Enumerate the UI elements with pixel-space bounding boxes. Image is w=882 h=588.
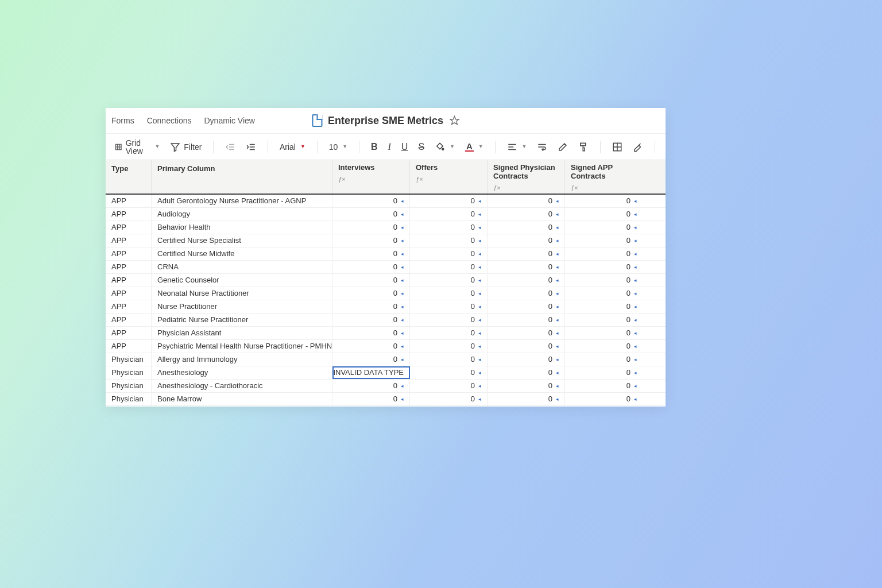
cell-signed-physician[interactable]: 0◂ <box>488 208 565 220</box>
cell-interviews[interactable]: 0◂ <box>332 380 410 392</box>
table-row[interactable]: APPAdult Gerontology Nurse Practitioner … <box>106 195 666 208</box>
cell-primary[interactable]: Behavior Health <box>152 221 332 234</box>
cell-offers[interactable]: 0◂ <box>410 393 488 405</box>
nav-forms[interactable]: Forms <box>111 116 134 125</box>
cell-signed-physician[interactable]: 0◂ <box>488 393 565 405</box>
cell-primary[interactable]: Genetic Counselor <box>152 274 332 287</box>
strikethrough-button[interactable]: S <box>415 140 428 154</box>
cell-signed-physician[interactable]: 0◂ <box>488 287 565 300</box>
grid-view-button[interactable]: Grid View ▼ <box>111 137 163 157</box>
cell-offers[interactable]: 0◂ <box>410 195 488 207</box>
table-row[interactable]: PhysicianAllergy and Immunology0◂0◂0◂0◂ <box>106 353 666 366</box>
cell-type[interactable]: APP <box>106 221 152 234</box>
table-row[interactable]: PhysicianAnesthesiology - Cardiothoracic… <box>106 380 666 393</box>
cell-interviews[interactable]: 0◂ <box>332 340 410 353</box>
cell-primary[interactable]: Pediatric Nurse Practitioner <box>152 314 332 326</box>
cell-interviews[interactable]: 0◂ <box>332 393 410 405</box>
cell-signed-physician[interactable]: 0◂ <box>488 221 565 234</box>
cell-signed-app[interactable]: 0◂ <box>565 247 643 260</box>
cell-offers[interactable]: 0◂ <box>410 221 488 234</box>
cell-offers[interactable]: 0◂ <box>410 274 488 287</box>
fill-color-button[interactable]: ▼ <box>431 140 458 154</box>
col-header-offers[interactable]: Offers ƒ× <box>410 160 488 194</box>
cell-primary[interactable]: Psychiatric Mental Health Nurse Practiti… <box>152 340 332 353</box>
cell-signed-app[interactable]: 0◂ <box>565 380 643 392</box>
grid-body[interactable]: APPAdult Gerontology Nurse Practitioner … <box>106 195 666 407</box>
cell-signed-physician[interactable]: 0◂ <box>488 247 565 260</box>
cell-type[interactable]: APP <box>106 274 152 287</box>
cell-primary[interactable]: Bone Marrow <box>152 393 332 405</box>
cell-type[interactable]: APP <box>106 287 152 300</box>
cell-signed-physician[interactable]: 0◂ <box>488 327 565 339</box>
filter-button[interactable]: Filter <box>167 140 205 154</box>
cell-offers[interactable]: 0◂ <box>410 300 488 313</box>
cell-signed-physician[interactable]: 0◂ <box>488 261 565 273</box>
cell-primary[interactable]: Anesthesiology - Cardiothoracic <box>152 380 332 392</box>
cell-primary[interactable]: Adult Gerontology Nurse Practitioner - A… <box>152 195 332 207</box>
cell-offers[interactable]: 0◂ <box>410 208 488 220</box>
italic-button[interactable]: I <box>384 140 394 154</box>
format-painter-button[interactable] <box>575 140 592 154</box>
cell-signed-app[interactable]: 0◂ <box>565 221 643 234</box>
cell-interviews[interactable]: 0◂ <box>332 261 410 273</box>
table-row[interactable]: APPBehavior Health0◂0◂0◂0◂ <box>106 221 666 234</box>
cell-signed-app[interactable]: 0◂ <box>565 300 643 313</box>
borders-button[interactable] <box>609 140 626 154</box>
cell-type[interactable]: Physician <box>106 393 152 405</box>
cell-primary[interactable]: Allergy and Immunology <box>152 353 332 366</box>
indent-button[interactable] <box>242 140 260 154</box>
table-row[interactable]: PhysicianAnesthesiology#INVALID DATA TYP… <box>106 366 666 380</box>
cell-primary[interactable]: Physician Assistant <box>152 327 332 339</box>
table-row[interactable]: APPGenetic Counselor0◂0◂0◂0◂ <box>106 274 666 287</box>
cell-offers[interactable]: 0◂ <box>410 353 488 366</box>
cell-type[interactable]: APP <box>106 195 152 207</box>
table-row[interactable]: APPPediatric Nurse Practitioner0◂0◂0◂0◂ <box>106 314 666 327</box>
cell-interviews[interactable]: 0◂ <box>332 274 410 287</box>
cell-primary[interactable]: Certified Nurse Midwife <box>152 247 332 260</box>
outdent-button[interactable] <box>222 140 239 154</box>
col-header-primary[interactable]: Primary Column <box>152 160 332 194</box>
table-row[interactable]: APPNurse Practitioner0◂0◂0◂0◂ <box>106 300 666 314</box>
cell-primary[interactable]: Anesthesiology <box>152 366 332 379</box>
cell-primary[interactable]: CRNA <box>152 261 332 273</box>
col-header-interviews[interactable]: Interviews ƒ× <box>332 160 410 194</box>
cell-type[interactable]: APP <box>106 314 152 326</box>
cell-offers[interactable]: 0◂ <box>410 340 488 353</box>
cell-type[interactable]: Physician <box>106 366 152 379</box>
cell-interviews[interactable]: 0◂ <box>332 300 410 313</box>
bold-button[interactable]: B <box>368 140 381 154</box>
cell-signed-physician[interactable]: 0◂ <box>488 314 565 326</box>
cell-type[interactable]: APP <box>106 261 152 273</box>
table-row[interactable]: APPPsychiatric Mental Health Nurse Pract… <box>106 340 666 353</box>
cell-signed-app[interactable]: 0◂ <box>565 274 643 287</box>
cell-interviews[interactable]: 0◂ <box>332 327 410 339</box>
cell-signed-app[interactable]: 0◂ <box>565 327 643 339</box>
table-row[interactable]: APPCRNA0◂0◂0◂0◂ <box>106 261 666 274</box>
clear-format-button[interactable] <box>554 140 571 154</box>
cell-signed-physician[interactable]: 0◂ <box>488 195 565 207</box>
cell-type[interactable]: APP <box>106 327 152 339</box>
cell-offers[interactable]: 0◂ <box>410 314 488 326</box>
font-size-select[interactable]: 10 ▼ <box>326 141 351 153</box>
wrap-button[interactable] <box>533 140 551 154</box>
cell-primary[interactable]: Certified Nurse Specialist <box>152 234 332 247</box>
cell-offers[interactable]: 0◂ <box>410 380 488 392</box>
cell-type[interactable]: Physician <box>106 380 152 392</box>
cell-interviews[interactable]: #INVALID DATA TYPE <box>332 366 410 379</box>
nav-dynamic-view[interactable]: Dynamic View <box>204 116 255 125</box>
cell-primary[interactable]: Neonatal Nurse Practitioner <box>152 287 332 300</box>
cell-signed-app[interactable]: 0◂ <box>565 195 643 207</box>
cell-signed-app[interactable]: 0◂ <box>565 353 643 366</box>
cell-primary[interactable]: Audiology <box>152 208 332 220</box>
cell-interviews[interactable]: 0◂ <box>332 353 410 366</box>
cell-signed-physician[interactable]: 0◂ <box>488 366 565 379</box>
cell-signed-app[interactable]: 0◂ <box>565 261 643 273</box>
cell-signed-physician[interactable]: 0◂ <box>488 340 565 353</box>
table-row[interactable]: APPCertified Nurse Specialist0◂0◂0◂0◂ <box>106 234 666 247</box>
cell-signed-app[interactable]: 0◂ <box>565 393 643 405</box>
font-name-select[interactable]: Arial ▼ <box>276 141 309 153</box>
col-header-signed-physician[interactable]: Signed Physician Contracts ƒ× <box>488 160 565 194</box>
cell-interviews[interactable]: 0◂ <box>332 247 410 260</box>
cell-type[interactable]: APP <box>106 208 152 220</box>
col-header-signed-app[interactable]: Signed APP Contracts ƒ× <box>565 160 643 194</box>
